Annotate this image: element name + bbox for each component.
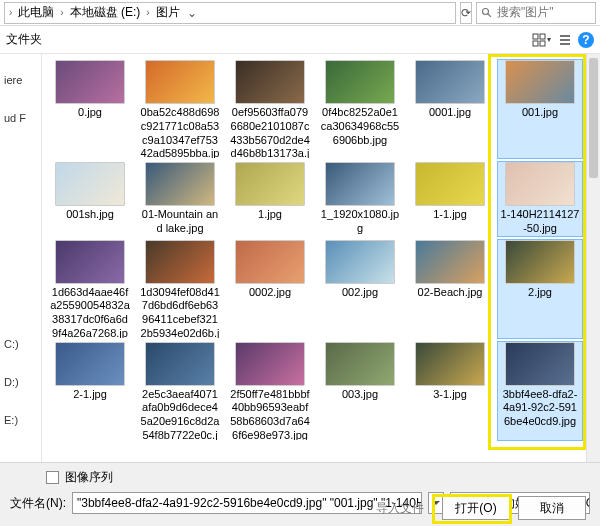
footer: 图像序列 文件名(N): "3bbf4ee8-dfa2-4a91-92c2-59…	[0, 462, 600, 526]
search-icon	[481, 7, 493, 19]
open-button[interactable]: 打开(O)	[442, 496, 510, 520]
scrollbar[interactable]	[586, 54, 600, 462]
thumbnail	[415, 162, 485, 206]
thumbnail	[325, 162, 395, 206]
file-item[interactable]: 0.jpg	[48, 60, 132, 158]
toolbar-label: 文件夹	[6, 31, 42, 48]
file-item[interactable]: 001.jpg	[498, 60, 582, 158]
file-item[interactable]: 1-1.jpg	[408, 162, 492, 236]
thumbnail	[325, 342, 395, 386]
thumbnail	[325, 60, 395, 104]
file-name: 02-Beach.jpg	[416, 284, 485, 300]
thumbnail	[235, 162, 305, 206]
sidebar-item[interactable]: iere	[4, 74, 41, 86]
file-name: 1d663d4aae46fa25590054832a38317dc0f6a6d9…	[48, 284, 132, 338]
file-name: 0002.jpg	[247, 284, 293, 300]
file-item[interactable]: 2f50ff7e481bbbf40bb96593eabf58b68603d7a6…	[228, 342, 312, 440]
file-item[interactable]: 1_1920x1080.jpg	[318, 162, 402, 236]
sidebar-item[interactable]: C:)	[4, 338, 41, 350]
file-item[interactable]: 0f4bc8252a0e1ca30634968c556906bb.jpg	[318, 60, 402, 158]
file-item[interactable]: 02-Beach.jpg	[408, 240, 492, 338]
file-name: 1-140H2114127-50.jpg	[498, 206, 582, 236]
details-button[interactable]	[554, 29, 576, 51]
thumbnail	[55, 60, 125, 104]
file-item[interactable]: 2e5c3aeaf4071afa0b9d6dece45a20e916c8d2a5…	[138, 342, 222, 440]
view-button[interactable]: ▾	[530, 29, 552, 51]
sidebar-item[interactable]: ud F	[4, 112, 41, 124]
breadcrumb-item[interactable]: 本地磁盘 (E:)	[66, 2, 145, 23]
file-item[interactable]: 01-Mountain and lake.jpg	[138, 162, 222, 236]
chevron-down-icon[interactable]: ⌄	[186, 3, 198, 23]
file-name: 1-1.jpg	[431, 206, 469, 222]
file-name: 3bbf4ee8-dfa2-4a91-92c2-5916be4e0cd9.jpg	[498, 386, 582, 429]
svg-rect-3	[540, 34, 545, 39]
thumbnail	[55, 240, 125, 284]
help-button[interactable]: ?	[578, 32, 594, 48]
breadcrumb-item[interactable]: 图片	[152, 2, 184, 23]
file-name: 0ba52c488d698c921771c08a53c9a10347ef7534…	[138, 104, 222, 158]
thumbnail	[415, 240, 485, 284]
cancel-button[interactable]: 取消	[518, 496, 586, 520]
file-name: 2e5c3aeaf4071afa0b9d6dece45a20e916c8d2a5…	[138, 386, 222, 440]
thumbnail	[505, 60, 575, 104]
file-item[interactable]: 0002.jpg	[228, 240, 312, 338]
thumbnail	[55, 342, 125, 386]
chevron-right-icon: ›	[60, 7, 63, 18]
thumbnail	[415, 60, 485, 104]
file-name: 003.jpg	[340, 386, 380, 402]
file-item[interactable]: 2-1.jpg	[48, 342, 132, 440]
file-name: 0ef95603ffa0796680e2101087c433b5670d2de4…	[228, 104, 312, 158]
sidebar-item[interactable]: E:)	[4, 414, 41, 426]
svg-rect-4	[533, 41, 538, 46]
file-name: 001.jpg	[520, 104, 560, 120]
list-icon	[558, 33, 572, 47]
thumbnail	[505, 342, 575, 386]
breadcrumb-bar: › 此电脑 › 本地磁盘 (E:) › 图片 ⌄ ⟳ 搜索"图片"	[0, 0, 600, 26]
file-item[interactable]: 3bbf4ee8-dfa2-4a91-92c2-5916be4e0cd9.jpg	[498, 342, 582, 440]
file-item[interactable]: 001sh.jpg	[48, 162, 132, 236]
thumbnail	[235, 60, 305, 104]
file-item[interactable]: 003.jpg	[318, 342, 402, 440]
file-item[interactable]: 1.jpg	[228, 162, 312, 236]
thumbnail	[145, 342, 215, 386]
file-item[interactable]: 0001.jpg	[408, 60, 492, 158]
breadcrumb-item[interactable]: 此电脑	[14, 2, 58, 23]
svg-rect-2	[533, 34, 538, 39]
scrollbar-thumb[interactable]	[589, 58, 598, 178]
thumbnail	[505, 240, 575, 284]
search-placeholder: 搜索"图片"	[497, 4, 554, 21]
thumbnail	[145, 240, 215, 284]
file-name: 1.jpg	[256, 206, 284, 222]
file-name: 3-1.jpg	[431, 386, 469, 402]
refresh-button[interactable]: ⟳	[460, 2, 472, 24]
breadcrumb-path[interactable]: › 此电脑 › 本地磁盘 (E:) › 图片 ⌄	[4, 2, 456, 24]
svg-line-1	[488, 13, 491, 16]
file-item[interactable]: 1d3094fef08d417d6bd6df6eb6396411cebef321…	[138, 240, 222, 338]
file-item[interactable]: 002.jpg	[318, 240, 402, 338]
file-item[interactable]: 3-1.jpg	[408, 342, 492, 440]
file-name: 0.jpg	[76, 104, 104, 120]
file-name: 1d3094fef08d417d6bd6df6eb6396411cebef321…	[138, 284, 222, 338]
thumbnail	[505, 162, 575, 206]
file-name: 0f4bc8252a0e1ca30634968c556906bb.jpg	[318, 104, 402, 147]
file-item[interactable]: 1-140H2114127-50.jpg	[498, 162, 582, 236]
file-name: 0001.jpg	[427, 104, 473, 120]
file-grid-area: 0.jpg0ba52c488d698c921771c08a53c9a10347e…	[42, 54, 600, 462]
toolbar: 文件夹 ▾ ?	[0, 26, 600, 54]
file-item[interactable]: 0ba52c488d698c921771c08a53c9a10347ef7534…	[138, 60, 222, 158]
file-item[interactable]: 1d663d4aae46fa25590054832a38317dc0f6a6d9…	[48, 240, 132, 338]
thumbnail	[55, 162, 125, 206]
import-button[interactable]: 导入文件	[366, 496, 434, 520]
file-name: 001sh.jpg	[64, 206, 116, 222]
image-sequence-checkbox[interactable]	[46, 471, 59, 484]
file-name: 1_1920x1080.jpg	[318, 206, 402, 236]
search-input[interactable]: 搜索"图片"	[476, 2, 596, 24]
file-item[interactable]: 0ef95603ffa0796680e2101087c433b5670d2de4…	[228, 60, 312, 158]
thumbnail	[415, 342, 485, 386]
view-icon	[532, 33, 546, 47]
thumbnail	[235, 342, 305, 386]
svg-rect-5	[540, 41, 545, 46]
image-sequence-label: 图像序列	[65, 469, 113, 486]
sidebar-item[interactable]: D:)	[4, 376, 41, 388]
file-item[interactable]: 2.jpg	[498, 240, 582, 338]
